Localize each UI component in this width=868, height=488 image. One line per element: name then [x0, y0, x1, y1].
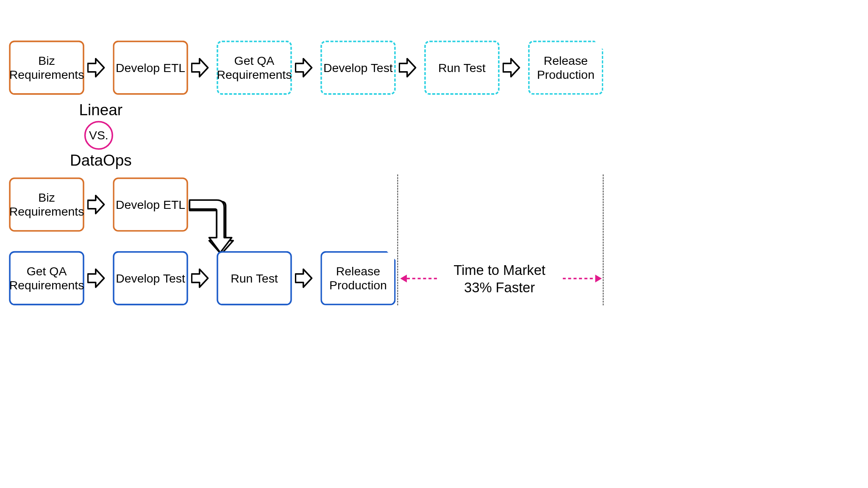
box-label: Develop Test [323, 61, 393, 75]
arrow-right-icon [191, 55, 209, 80]
dataops-step-release-production: Release Production [320, 251, 396, 305]
arrow-right-icon [87, 55, 106, 80]
arrow-right-icon [87, 192, 106, 216]
dataops-label: DataOps [53, 151, 149, 169]
box-label: Get QA Requirements [9, 264, 84, 292]
box-label: Develop ETL [116, 197, 185, 211]
box-label: Biz Requirements [9, 191, 84, 218]
box-label: Run Test [231, 271, 278, 285]
linear-step-release-production: Release Production [528, 41, 604, 95]
dataops-step-develop-etl: Develop ETL [113, 177, 188, 232]
ttm-line1: Time to Market [445, 262, 554, 279]
box-label: Run Test [438, 61, 486, 75]
linear-step-get-qa-requirements: Get QA Requirements [217, 41, 292, 95]
linear-label: Linear [63, 101, 138, 119]
linear-step-run-test: Run Test [424, 41, 500, 95]
arrow-right-icon [87, 266, 106, 290]
dataops-step-get-qa-requirements: Get QA Requirements [9, 251, 84, 305]
pink-arrow-right-icon [563, 274, 602, 283]
linear-step-develop-test: Develop Test [320, 41, 396, 95]
dataops-step-develop-test: Develop Test [113, 251, 188, 305]
box-label: Develop Test [116, 271, 185, 285]
box-label: Get QA Requirements [217, 54, 292, 81]
arrow-right-icon [295, 55, 313, 80]
box-label: Release Production [530, 54, 602, 81]
box-label: Develop ETL [116, 61, 185, 75]
arrow-right-icon [503, 55, 521, 80]
dataops-step-biz-requirements: Biz Requirements [9, 177, 84, 232]
arrow-right-icon [295, 266, 313, 290]
diagram-canvas: Biz Requirements Develop ETL Get QA Requ… [0, 0, 616, 347]
elbow-arrow-icon [188, 196, 236, 256]
vertical-divider-left [397, 175, 398, 305]
linear-step-develop-etl: Develop ETL [113, 41, 188, 95]
box-label: Biz Requirements [9, 54, 84, 81]
arrow-right-icon [191, 266, 209, 290]
pink-arrow-left-icon [400, 274, 439, 283]
time-to-market-text: Time to Market 33% Faster [445, 262, 554, 297]
dataops-step-run-test: Run Test [217, 251, 292, 305]
ttm-line2: 33% Faster [445, 279, 554, 297]
vs-text: VS. [89, 129, 108, 142]
arrow-right-icon [399, 55, 417, 80]
vs-badge: VS. [84, 121, 113, 150]
linear-step-biz-requirements: Biz Requirements [9, 41, 84, 95]
vertical-divider-right [603, 175, 604, 305]
box-label: Release Production [322, 264, 394, 292]
